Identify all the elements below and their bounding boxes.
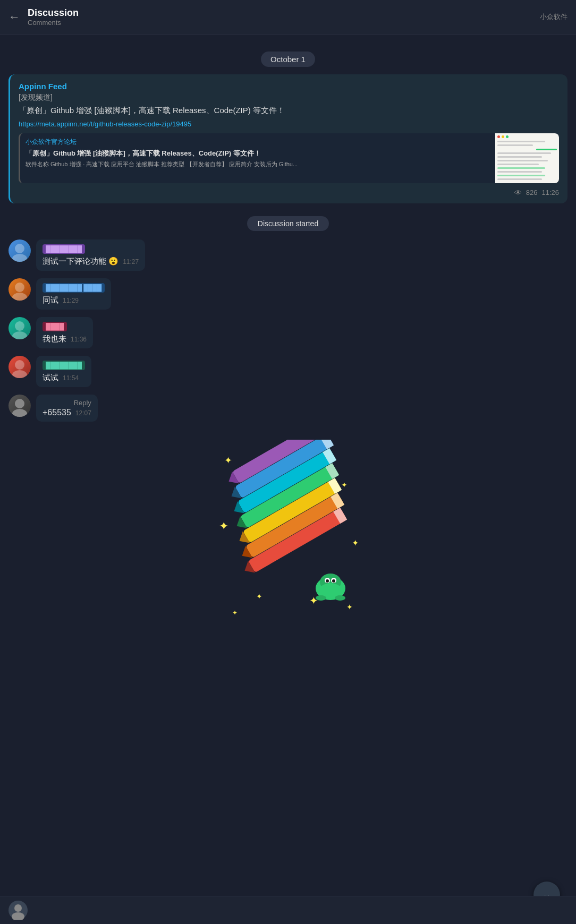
comment-time: 11:36 (71, 336, 87, 343)
svg-point-47 (335, 595, 345, 601)
reply-comment-row: Reply +65535 12:07 (9, 395, 567, 422)
svg-point-44 (332, 579, 335, 583)
discussion-started-pill: Discussion started (9, 216, 567, 231)
channel-name: Appinn Feed (19, 82, 559, 91)
bottom-avatar (9, 901, 28, 920)
avatar (9, 395, 31, 417)
comment-row: ████████ ████同试11:29 (9, 278, 567, 310)
back-button[interactable]: ← (9, 10, 20, 24)
comment-username: ████ (43, 322, 67, 331)
comment-time: 11:27 (123, 258, 139, 266)
svg-text:✦: ✦ (352, 538, 359, 547)
svg-text:✦: ✦ (219, 519, 228, 533)
preview-desc: 软件名称 Github 增强 - 高速下载 应用平台 油猴脚本 推荐类型 【开发… (26, 160, 490, 168)
preview-thumbnail (495, 133, 559, 183)
avatar (9, 356, 31, 378)
preview-site: 小众软件官方论坛 (26, 138, 490, 147)
header-title-group: Discussion Comments (28, 7, 79, 27)
header: ← Discussion Comments 小众软件 (0, 0, 576, 35)
comment-username: ████████ (43, 361, 85, 370)
svg-text:✦: ✦ (341, 481, 348, 489)
avatar (9, 239, 31, 262)
message-time: 11:26 (541, 189, 559, 196)
svg-point-1 (12, 254, 27, 262)
chat-area: October 1 Appinn Feed [发现频道] 「原创」Github … (0, 35, 576, 703)
comment-row: ████████测试一下评论功能 😮11:27 (9, 239, 567, 271)
reply-label: Reply (43, 399, 91, 407)
svg-text:✦: ✦ (256, 592, 262, 601)
preview-title: 「原创」Github 增强 [油猴脚本]，高速下载 Releases、Code(… (26, 149, 490, 158)
header-brand: 小众软件 (540, 12, 567, 22)
comment-text: 测试一下评论功能 😮 (43, 255, 118, 267)
views-icon: 👁 (514, 189, 522, 197)
svg-point-46 (316, 595, 326, 601)
comment-row: ████████试试11:54 (9, 356, 567, 387)
svg-point-7 (12, 370, 27, 378)
svg-text:✦: ✦ (232, 609, 238, 617)
comment-time: 11:54 (63, 374, 79, 382)
comments-list: ████████测试一下评论功能 😮11:27 ████████ ████同试1… (9, 239, 567, 395)
svg-point-43 (326, 579, 329, 583)
svg-point-2 (15, 283, 24, 292)
comment-username: ████████ ████ (43, 283, 105, 293)
reply-time: 12:07 (75, 409, 91, 417)
comment-row: ████我也来11:36 (9, 317, 567, 348)
reply-bubble: Reply +65535 12:07 (36, 395, 98, 422)
svg-point-8 (15, 399, 24, 408)
sticker-area: ✦ ✦ ✦ ✦ ✦ ✦ ✦ ✦ (9, 429, 567, 695)
channel-link[interactable]: https://meta.appinn.net/t/github-release… (19, 120, 559, 128)
comment-bubble: ████████ ████同试11:29 (36, 278, 111, 310)
svg-point-4 (15, 321, 24, 331)
comment-text: 试试 (43, 372, 58, 383)
comment-time: 11:29 (63, 297, 79, 304)
channel-message-card: Appinn Feed [发现频道] 「原创」Github 增强 [油猴脚本]，… (9, 74, 567, 203)
link-preview-card[interactable]: 小众软件官方论坛 「原创」Github 增强 [油猴脚本]，高速下载 Relea… (19, 133, 559, 183)
comment-text: 同试 (43, 294, 58, 305)
comment-username: ████████ (43, 244, 85, 254)
svg-point-3 (12, 293, 27, 301)
svg-point-6 (15, 360, 24, 370)
header-title: Discussion (28, 7, 79, 19)
comment-text: 我也来 (43, 333, 66, 344)
channel-meta: 👁 826 11:26 (19, 189, 559, 197)
date-separator: October 1 (9, 52, 567, 67)
preview-text: 小众软件官方论坛 「原创」Github 增强 [油猴脚本]，高速下载 Relea… (20, 133, 495, 183)
reply-text: +65535 (43, 408, 71, 417)
pencil-sticker-svg: ✦ ✦ ✦ ✦ ✦ ✦ ✦ ✦ (203, 440, 373, 641)
header-subtitle: Comments (28, 19, 79, 27)
comment-bubble: ████████试试11:54 (36, 356, 91, 387)
avatar (9, 317, 31, 339)
sticker-image: ✦ ✦ ✦ ✦ ✦ ✦ ✦ ✦ (203, 440, 373, 641)
svg-point-5 (12, 331, 27, 339)
channel-body: 「原创」Github 增强 [油猴脚本]，高速下载 Releases、Code(… (19, 105, 559, 117)
channel-tag: [发现频道] (19, 93, 559, 102)
discussion-started-label: Discussion started (247, 216, 329, 231)
svg-point-48 (14, 904, 22, 912)
date-label: October 1 (261, 52, 315, 67)
svg-point-49 (12, 912, 24, 920)
views-count: 826 (526, 189, 538, 196)
avatar (9, 278, 31, 301)
svg-text:✦: ✦ (224, 455, 232, 466)
svg-point-9 (12, 409, 27, 417)
comment-bubble: ████我也来11:36 (36, 317, 93, 348)
svg-text:✦: ✦ (346, 603, 353, 611)
svg-point-0 (15, 244, 24, 253)
bottom-input-bar (0, 896, 576, 924)
comment-bubble: ████████测试一下评论功能 😮11:27 (36, 239, 145, 271)
